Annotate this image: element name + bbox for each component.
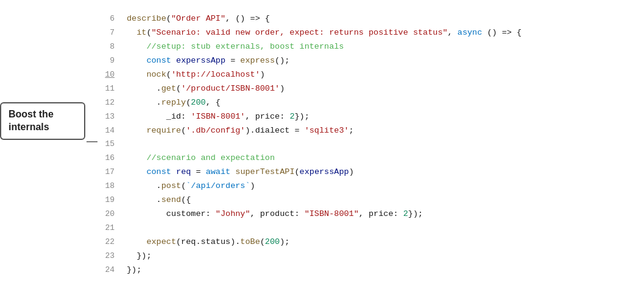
code-line: 7 it("Scenario: valid new order, expect:… bbox=[97, 26, 632, 40]
code-token: "Johny" bbox=[216, 209, 250, 218]
code-block: 6describe("Order API", () => {7 it("Scen… bbox=[97, 12, 632, 277]
line-content: it("Scenario: valid new order, expect: r… bbox=[127, 26, 522, 40]
code-token: const bbox=[146, 56, 171, 65]
line-number: 21 bbox=[97, 221, 115, 235]
line-number: 8 bbox=[97, 40, 115, 54]
line-number: 9 bbox=[97, 54, 115, 68]
code-token: , { bbox=[206, 98, 221, 107]
code-token: ({ bbox=[181, 195, 191, 204]
code-line: 12 .reply(200, { bbox=[97, 96, 632, 110]
code-line: 21 bbox=[97, 221, 632, 235]
code-token: 200 bbox=[191, 98, 205, 107]
line-number: 14 bbox=[97, 124, 115, 137]
code-token: const bbox=[146, 167, 171, 176]
code-token: , price: bbox=[359, 209, 403, 218]
code-token: (req.status). bbox=[176, 237, 240, 246]
code-token: async bbox=[458, 28, 483, 37]
code-token: . bbox=[127, 84, 161, 93]
code-token: //scenario and expectation bbox=[146, 153, 275, 162]
line-content: _id: 'ISBN-8001', price: 2}); bbox=[127, 110, 310, 124]
line-content: .reply(200, { bbox=[127, 96, 221, 110]
code-token: '.db/config' bbox=[186, 126, 245, 135]
code-line: 9 const experssApp = express(); bbox=[97, 54, 632, 68]
code-line: 17 const req = await superTestAPI(expers… bbox=[97, 165, 632, 179]
line-content: //scenario and expectation bbox=[127, 151, 275, 165]
line-number: 19 bbox=[97, 193, 115, 207]
line-number: 17 bbox=[97, 165, 115, 179]
code-token: nock bbox=[146, 70, 166, 79]
line-content: require('.db/config').dialect = 'sqlite3… bbox=[127, 124, 354, 138]
code-token: post bbox=[161, 181, 181, 190]
code-token: ) bbox=[260, 70, 265, 79]
code-token: ( bbox=[166, 70, 171, 79]
code-token: "ISBN-8001" bbox=[305, 209, 359, 218]
line-number: 15 bbox=[97, 137, 115, 151]
code-token bbox=[171, 56, 176, 65]
code-token: 'ISBN-8001' bbox=[191, 112, 245, 121]
line-content: const experssApp = express(); bbox=[127, 54, 289, 68]
code-token: send bbox=[161, 195, 181, 204]
code-token: , () => { bbox=[225, 14, 270, 23]
line-content: describe("Order API", () => { bbox=[127, 12, 270, 26]
code-token: '/product/ISBN-8001' bbox=[181, 84, 280, 93]
code-token bbox=[127, 126, 146, 135]
line-number: 11 bbox=[97, 82, 115, 96]
code-line: 23 }); bbox=[97, 249, 632, 263]
callout-boost: Boost the internals bbox=[0, 102, 85, 140]
code-token: . bbox=[127, 181, 161, 190]
code-line: 13 _id: 'ISBN-8001', price: 2}); bbox=[97, 110, 632, 124]
code-token: ( bbox=[166, 14, 171, 23]
code-line: 10 nock('http://localhost') bbox=[97, 68, 632, 82]
code-token: ) bbox=[250, 181, 255, 190]
line-content: customer: "Johny", product: "ISBN-8001",… bbox=[127, 207, 423, 221]
code-token: ( bbox=[295, 167, 300, 176]
code-token: expect bbox=[146, 237, 176, 246]
code-token: experssApp bbox=[176, 56, 225, 65]
code-token bbox=[127, 28, 136, 37]
code-line: 8 //setup: stub externals, boost interna… bbox=[97, 40, 632, 54]
line-content: nock('http://localhost') bbox=[127, 68, 265, 82]
code-token: ( bbox=[146, 28, 151, 37]
code-token bbox=[127, 56, 146, 65]
code-token bbox=[127, 153, 146, 162]
code-token bbox=[127, 42, 146, 51]
code-token: (); bbox=[275, 56, 289, 65]
line-number: 16 bbox=[97, 151, 115, 165]
line-content: }); bbox=[127, 263, 141, 277]
code-token: it bbox=[136, 28, 146, 37]
code-token: ( bbox=[176, 84, 181, 93]
line-number: 22 bbox=[97, 235, 115, 249]
code-token: }); bbox=[127, 265, 141, 274]
code-token: }); bbox=[408, 209, 423, 218]
code-token: `/api/orders` bbox=[186, 181, 250, 190]
line-content: const req = await superTestAPI(experssAp… bbox=[127, 165, 354, 179]
line-content: expect(req.status).toBe(200); bbox=[127, 235, 289, 249]
callout-boost-label: Boost the internals bbox=[9, 109, 54, 132]
code-token: , bbox=[448, 28, 458, 37]
code-line: 15 bbox=[97, 137, 632, 151]
code-line: 20 customer: "Johny", product: "ISBN-800… bbox=[97, 207, 632, 221]
code-token: 'http://localhost' bbox=[171, 70, 260, 79]
code-token: await bbox=[206, 167, 231, 176]
line-content: }); bbox=[127, 249, 152, 263]
code-token: 2 bbox=[403, 209, 408, 218]
line-content: .send({ bbox=[127, 193, 191, 207]
code-token: toBe bbox=[240, 237, 260, 246]
line-number: 6 bbox=[97, 12, 115, 26]
code-token bbox=[127, 167, 146, 176]
code-token: "Order API" bbox=[171, 14, 225, 23]
code-token: = bbox=[191, 167, 205, 176]
code-token bbox=[171, 167, 176, 176]
code-token: express bbox=[240, 56, 275, 65]
code-token: ; bbox=[349, 126, 354, 135]
code-token: ) bbox=[280, 84, 285, 93]
line-number: 23 bbox=[97, 249, 115, 263]
code-token: superTestAPI bbox=[235, 167, 294, 176]
code-line: 14 require('.db/config').dialect = 'sqli… bbox=[97, 124, 632, 138]
code-token: "Scenario: valid new order, expect: retu… bbox=[152, 28, 448, 37]
code-line: 18 .post(`/api/orders`) bbox=[97, 179, 632, 193]
code-token: 'sqlite3' bbox=[305, 126, 349, 135]
line-number: 18 bbox=[97, 179, 115, 193]
code-token: experssApp bbox=[300, 167, 349, 176]
code-token: req bbox=[176, 167, 191, 176]
